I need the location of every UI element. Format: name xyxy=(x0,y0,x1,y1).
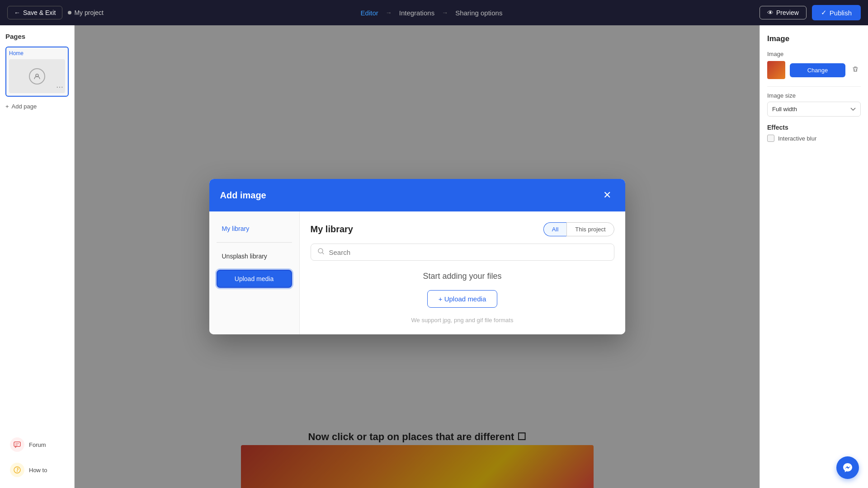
page-options-dots[interactable]: ⋯ xyxy=(56,83,63,91)
integrations-nav-step[interactable]: Integrations xyxy=(399,9,434,17)
project-name: My project xyxy=(68,9,104,16)
right-panel: Image Image Change Image size Full width… xyxy=(760,25,868,488)
empty-state-title: Start adding your files xyxy=(423,272,501,281)
pages-title: Pages xyxy=(5,33,69,40)
add-image-modal: Add image ✕ My library Unsplash library … xyxy=(209,179,625,334)
modal-header: Add image ✕ xyxy=(209,179,625,211)
navbar-left: ← Save & Exit My project xyxy=(7,6,104,19)
filter-all-button[interactable]: All xyxy=(543,222,566,236)
navbar: ← Save & Exit My project Editor → Integr… xyxy=(0,0,868,25)
image-section-label: Image xyxy=(767,51,861,57)
image-size-label: Image size xyxy=(767,92,861,99)
interactive-blur-checkbox[interactable] xyxy=(767,135,774,142)
navbar-right: 👁 Preview ✓ Publish xyxy=(760,5,861,20)
modal-overlay[interactable]: Add image ✕ My library Unsplash library … xyxy=(75,25,760,488)
filter-this-project-button[interactable]: This project xyxy=(566,222,614,236)
close-icon: ✕ xyxy=(603,189,611,201)
trash-icon xyxy=(852,66,859,74)
sidebar-item-howto[interactable]: How to xyxy=(5,459,69,481)
search-icon xyxy=(317,248,325,257)
modal-content-header: My library All This project xyxy=(311,222,614,236)
home-label: Home xyxy=(9,50,65,56)
sidebar-item-forum[interactable]: Forum xyxy=(5,434,69,455)
chat-button[interactable] xyxy=(836,456,859,479)
filter-buttons: All This project xyxy=(543,222,614,236)
delete-image-button[interactable] xyxy=(850,64,861,76)
current-image-thumb xyxy=(767,61,785,79)
eye-icon: 👁 xyxy=(767,9,774,16)
image-size-select[interactable]: Full width xyxy=(767,102,861,117)
checkmark-icon: ✓ xyxy=(821,9,827,17)
modal-main-content: My library All This project xyxy=(300,211,625,334)
upload-media-main-button[interactable]: + Upload media xyxy=(427,290,497,308)
support-text: We support jpg, png and gif file formats xyxy=(411,317,514,324)
panel-divider xyxy=(767,86,861,87)
svg-rect-1 xyxy=(14,442,20,446)
arrow-left-icon: ← xyxy=(14,9,20,16)
editor-nav-step[interactable]: Editor xyxy=(361,9,378,17)
modal-sidebar: My library Unsplash library Upload media xyxy=(209,211,300,334)
modal-nav-unsplash[interactable]: Unsplash library xyxy=(217,248,292,264)
change-image-button[interactable]: Change xyxy=(790,63,845,77)
effects-row: Interactive blur xyxy=(767,135,861,142)
left-sidebar: Pages Home ⋯ + Add page xyxy=(0,25,75,488)
panel-title: Image xyxy=(767,34,861,43)
modal-body: My library Unsplash library Upload media… xyxy=(209,211,625,334)
page-thumbnail-image: ⋯ xyxy=(9,59,65,93)
empty-state: Start adding your files + Upload media W… xyxy=(311,272,614,324)
save-exit-button[interactable]: ← Save & Exit xyxy=(7,6,62,19)
sharing-options-nav-step[interactable]: Sharing options xyxy=(455,9,502,17)
modal-nav-my-library[interactable]: My library xyxy=(217,221,292,237)
navbar-center: Editor → Integrations → Sharing options xyxy=(111,9,752,17)
modal-content-title: My library xyxy=(311,224,353,235)
main-layout: Pages Home ⋯ + Add page xyxy=(0,25,868,488)
search-bar[interactable] xyxy=(311,244,614,261)
home-page-thumb[interactable]: Home ⋯ xyxy=(5,47,69,97)
plus-icon: + xyxy=(5,103,9,110)
modal-close-button[interactable]: ✕ xyxy=(600,188,614,202)
interactive-blur-label: Interactive blur xyxy=(778,135,816,142)
upload-media-sidebar-button[interactable]: Upload media xyxy=(217,270,292,288)
preview-button[interactable]: 👁 Preview xyxy=(760,6,807,19)
modal-nav-divider xyxy=(217,242,292,243)
howto-icon xyxy=(10,463,24,477)
content-area: Now click or tap on places that are diff… xyxy=(75,25,760,488)
add-page-button[interactable]: + Add page xyxy=(5,101,69,112)
page-icon xyxy=(29,68,45,84)
forum-icon xyxy=(10,437,24,452)
sidebar-bottom: Forum How to xyxy=(5,434,69,481)
publish-button[interactable]: ✓ Publish xyxy=(812,5,861,20)
arrow-right-icon-1: → xyxy=(386,9,392,16)
arrow-right-icon-2: → xyxy=(442,9,448,16)
project-dot-icon xyxy=(68,11,71,14)
search-input[interactable] xyxy=(329,249,608,256)
save-exit-label: Save & Exit xyxy=(23,9,56,16)
effects-title: Effects xyxy=(767,124,861,131)
image-row: Change xyxy=(767,61,861,79)
modal-title: Add image xyxy=(220,190,266,201)
messenger-icon xyxy=(842,462,853,473)
